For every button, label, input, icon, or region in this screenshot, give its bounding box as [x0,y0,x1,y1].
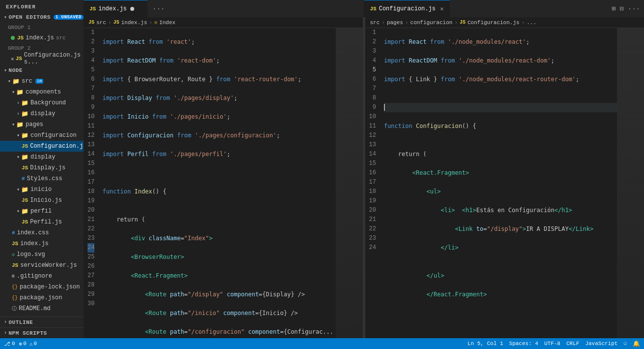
encoding[interactable]: UTF-8 [544,341,560,347]
minimap-right [617,28,644,338]
configuracion-folder[interactable]: ▾ 📁 configuracion [0,130,84,141]
sidebar: EXPLORER ▾ OPEN EDITORS 1 UNSAVED GROUP … [0,0,84,338]
sidebar-item-indexjs[interactable]: JS index.js src [0,32,84,43]
right-code-content[interactable]: import React from './node_modules/react'… [382,28,617,338]
src-label: src [22,78,32,85]
main-area: EXPLORER ▾ OPEN EDITORS 1 UNSAVED GROUP … [0,0,644,338]
spaces[interactable]: Spaces: 4 [509,341,538,347]
css-icon: # [12,230,15,236]
file-name: index.js [20,240,49,247]
file-name: Inicio.js [30,197,62,204]
sidebar-item-indexcss[interactable]: # index.css [0,227,84,238]
breadcrumb-text3: Index [159,20,176,26]
js-icon: JS [22,219,28,225]
git-branch-icon[interactable]: ⎇ 0 [4,341,15,347]
sidebar-item-serviceworker[interactable]: JS serviceWorker.js [0,260,84,271]
language-mode[interactable]: JavaScript [585,341,617,347]
badge-im: im [35,79,44,84]
file-name: .gitignore [17,273,52,280]
file-name: package-lock.json [20,284,80,290]
tab-more-left[interactable]: ··· [147,0,170,17]
sidebar-item-configuracion[interactable]: ✕ JS Configuracion.js s... [0,53,84,64]
tab-indexjs[interactable]: JS index.js [84,0,147,17]
background-folder[interactable]: › 📁 Background [0,97,84,108]
right-line-numbers: 123 456 789 101112 131415 161718 192021 … [365,28,382,338]
file-name: serviceWorker.js [20,262,77,269]
components-folder[interactable]: ▾ 📁 components [0,87,84,97]
sidebar-item-gitignore[interactable]: ⚙ .gitignore [0,271,84,282]
bc-configuracion: configuracion [410,20,453,26]
file-name: index.js [26,34,54,41]
folder-icon: 📁 [21,208,29,215]
js-icon: JS [16,56,22,62]
file-name: package.json [20,294,62,301]
css-icon: # [22,176,25,182]
right-editor-pane: src › pages › configuracion › JS Configu… [365,17,644,338]
line-col[interactable]: Ln 5, Col 1 [468,341,503,347]
errors-icon[interactable]: ⊗ 0 ⚠ 0 [19,341,37,347]
status-right: Ln 5, Col 1 Spaces: 4 UTF-8 CRLF JavaScr… [468,340,640,348]
sidebar-item-packagejson[interactable]: {} package.json [0,292,84,303]
line-ending[interactable]: CRLF [566,341,579,347]
right-code-area[interactable]: 123 456 789 101112 131415 161718 192021 … [365,28,644,338]
chevron-down-icon7: ▾ [17,187,20,192]
npm-scripts-section[interactable]: › NPM SCRIPTS [0,327,84,338]
outline-section[interactable]: › OUTLINE [0,317,84,327]
func-icon: ⊙ [154,20,157,26]
node-header[interactable]: ▾ NODE [0,65,84,76]
breadcrumb-text2: index.js [121,20,147,26]
bell-icon[interactable]: 🔔 [633,340,640,348]
json-icon: {} [12,295,18,301]
green-dot-icon [11,36,15,40]
sidebar-item-indexjs2[interactable]: JS index.js [0,238,84,249]
js-icon: JS [12,262,18,268]
bc-sep1: › [108,20,112,26]
sidebar-item-readme[interactable]: ⓘ README.md [0,303,84,314]
feedback-icon[interactable]: ☺ [623,341,627,347]
bc-filename: Configuracion.js [468,20,520,26]
js-icon: JS [12,241,18,247]
file-name: logo.svg [17,251,45,258]
file-name: Display.js [30,164,65,171]
sidebar-item-perfiljs[interactable]: JS Perfil.js [0,217,84,227]
folder-icon: 📁 [21,110,29,118]
left-code-content[interactable]: import React from 'react'; import ReactD… [100,28,335,338]
js-icon: JS [22,197,28,203]
sidebar-item-stylescss[interactable]: # Styles.css [0,173,84,184]
sidebar-item-iniciojs[interactable]: JS Inicio.js [0,195,84,206]
perfil-label: perfil [30,208,52,215]
sidebar-item-packagelock[interactable]: {} package-lock.json [0,282,84,292]
tab-label: Configuracion.js [379,5,436,12]
bc-sep4: › [522,20,525,26]
inicio-folder[interactable]: ▾ 📁 inicio [0,184,84,195]
folder-icon: 📁 [21,186,29,193]
close-tab-button[interactable]: ✕ [440,5,444,13]
split-editor-icon[interactable]: ⊞ [612,4,615,13]
sidebar-item-configuracion-file[interactable]: JS Configuracion.js [0,141,84,152]
perfil-folder[interactable]: ▾ 📁 perfil [0,206,84,217]
bc-sep3: › [454,20,458,26]
tab-bar: JS index.js ··· JS Configuracion.js ✕ ⊞ [84,0,644,17]
pages-folder[interactable]: ▾ 📁 pages [0,119,84,130]
open-editors-header[interactable]: ▾ OPEN EDITORS 1 UNSAVED [0,12,84,23]
tab-configuracion[interactable]: JS Configuracion.js ✕ [364,0,450,17]
display-folder[interactable]: › 📁 display [0,108,84,119]
file-name: README.md [19,305,51,312]
editors-row: JS src › JS index.js › ⊙ Index 123 456 [84,17,644,338]
bc-sep2: › [149,20,152,26]
sidebar-item-logosvg[interactable]: ◇ logo.svg [0,249,84,260]
bc-sep2: › [405,20,409,26]
chevron-right-icon5: › [4,330,7,336]
layout-icon[interactable]: ⊟ [619,4,623,13]
npm-scripts-label: NPM SCRIPTS [9,330,47,336]
left-code-area[interactable]: 123 456 789 101112 131415 161718 192021 … [84,28,363,338]
more-icon[interactable]: ··· [628,5,640,13]
src-folder[interactable]: ▾ 📁 src im [0,76,84,87]
display2-folder[interactable]: ▾ 📁 display [0,152,84,162]
file-name: Configuracion.js s... [24,52,84,65]
warning-triangle-icon: ⚠ [29,341,33,347]
file-name: index.css [17,229,49,236]
js-icon: JS [17,35,24,41]
sidebar-item-displayjs[interactable]: JS Display.js [0,162,84,173]
chevron-down-icon2: ▾ [4,67,7,73]
